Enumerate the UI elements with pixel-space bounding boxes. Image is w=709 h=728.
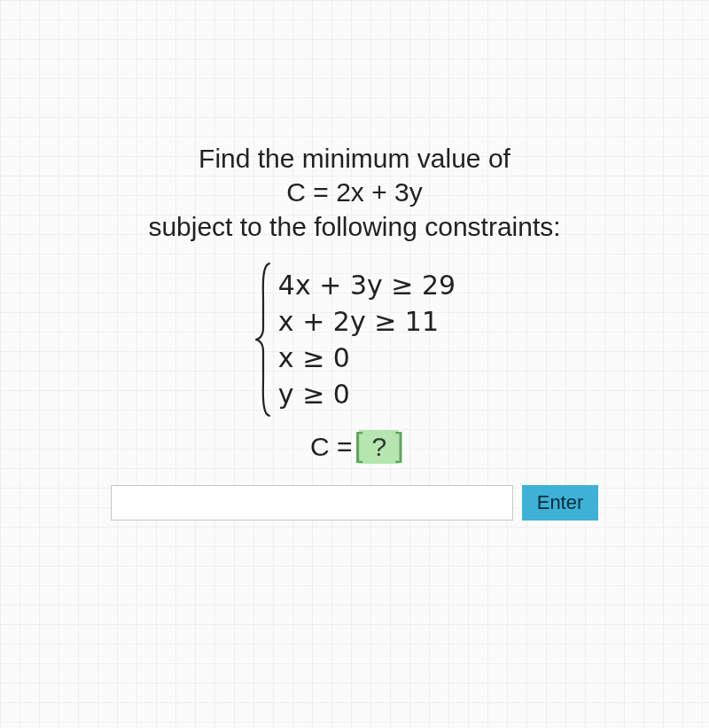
answer-placeholder: ?: [364, 432, 393, 461]
answer-display: C = ?: [310, 430, 399, 464]
constraint-row: x + 2y ≥ 11: [278, 304, 456, 339]
problem-card: Find the minimum value of C = 2x + 3y su…: [0, 142, 709, 521]
prompt-line-2: C = 2x + 3y: [148, 176, 560, 209]
answer-prefix: C =: [310, 432, 353, 462]
answer-input[interactable]: [111, 485, 513, 521]
constraint-row: 4x + 3y ≥ 29: [278, 268, 456, 302]
left-brace: [253, 262, 273, 418]
constraints-list: 4x + 3y ≥ 29 x + 2y ≥ 11 x ≥ 0 y ≥ 0: [278, 262, 456, 418]
prompt-line-3: subject to the following constraints:: [148, 210, 560, 244]
constraint-row: x ≥ 0: [278, 341, 456, 375]
answer-input-row: Enter: [111, 485, 598, 521]
constraint-row: y ≥ 0: [278, 377, 456, 411]
question-prompt: Find the minimum value of C = 2x + 3y su…: [148, 142, 560, 244]
answer-placeholder-box: ?: [359, 430, 399, 464]
prompt-line-1: Find the minimum value of: [148, 142, 560, 176]
enter-button[interactable]: Enter: [522, 485, 598, 521]
constraints-block: 4x + 3y ≥ 29 x + 2y ≥ 11 x ≥ 0 y ≥ 0: [253, 262, 456, 418]
